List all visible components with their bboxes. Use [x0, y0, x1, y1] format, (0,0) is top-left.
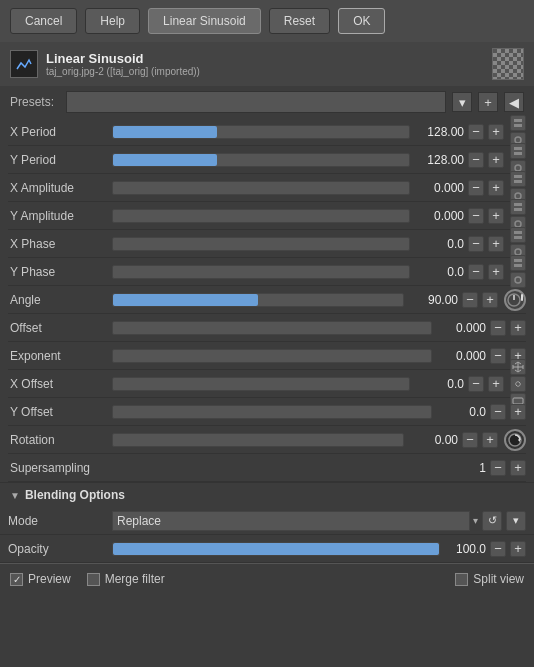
- param-slider-rotation[interactable]: [112, 433, 404, 447]
- param-label-y-phase: Y Phase: [8, 265, 108, 279]
- side-icon-top-x-amplitude[interactable]: [510, 171, 526, 187]
- help-button[interactable]: Help: [85, 8, 140, 34]
- opacity-label: Opacity: [8, 542, 108, 556]
- param-value-x-amplitude: 0.000: [414, 181, 464, 195]
- param-slider-x-amplitude[interactable]: [112, 181, 410, 195]
- param-plus-btn-x-offset[interactable]: +: [488, 376, 504, 392]
- mode-select[interactable]: Replace: [112, 511, 470, 531]
- param-row-x-offset: X Offset0.0−+: [8, 370, 526, 398]
- param-minus-btn-supersampling[interactable]: −: [490, 460, 506, 476]
- param-plus-btn-y-offset[interactable]: +: [510, 404, 526, 420]
- param-slider-offset[interactable]: [112, 321, 432, 335]
- side-icon-bot-y-phase[interactable]: [510, 272, 526, 288]
- param-slider-angle[interactable]: [112, 293, 404, 307]
- param-minus-btn-x-offset[interactable]: −: [468, 376, 484, 392]
- svg-rect-21: [513, 398, 523, 404]
- param-minus-btn-offset[interactable]: −: [490, 320, 506, 336]
- param-minus-btn-x-period[interactable]: −: [468, 124, 484, 140]
- param-slider-y-period[interactable]: [112, 153, 410, 167]
- side-icon-top-x-phase[interactable]: [510, 227, 526, 243]
- param-value-supersampling: 1: [436, 461, 486, 475]
- param-slider-x-period[interactable]: [112, 125, 410, 139]
- param-row-supersampling: Supersampling1−+: [8, 454, 526, 482]
- param-minus-btn-rotation[interactable]: −: [462, 432, 478, 448]
- ok-button[interactable]: OK: [338, 8, 385, 34]
- opacity-minus-btn[interactable]: −: [490, 541, 506, 557]
- split-item[interactable]: Split view: [455, 572, 524, 586]
- preview-checkbox[interactable]: [10, 573, 23, 586]
- mode-reset-btn[interactable]: ↺: [482, 511, 502, 531]
- param-row-y-phase: Y Phase0.0−+: [8, 258, 526, 286]
- mode-extra-btn[interactable]: ▾: [506, 511, 526, 531]
- param-plus-btn-x-period[interactable]: +: [488, 124, 504, 140]
- rotation-dial-btn[interactable]: [504, 429, 526, 451]
- param-plus-btn-offset[interactable]: +: [510, 320, 526, 336]
- side-icon-top-y-amplitude[interactable]: [510, 199, 526, 215]
- param-minus-btn-exponent[interactable]: −: [490, 348, 506, 364]
- merge-item[interactable]: Merge filter: [87, 572, 165, 586]
- param-minus-btn-y-offset[interactable]: −: [490, 404, 506, 420]
- param-row-x-amplitude: X Amplitude0.000−+: [8, 174, 526, 202]
- param-slider-x-phase[interactable]: [112, 237, 410, 251]
- param-slider-y-amplitude[interactable]: [112, 209, 410, 223]
- split-label: Split view: [473, 572, 524, 586]
- title-button[interactable]: Linear Sinusoid: [148, 8, 261, 34]
- side-icon-top-y-period[interactable]: [510, 143, 526, 159]
- param-label-y-amplitude: Y Amplitude: [8, 209, 108, 223]
- param-row-exponent: Exponent0.000−+: [8, 342, 526, 370]
- side-icon-top-x-period[interactable]: [510, 115, 526, 131]
- presets-add-btn[interactable]: +: [478, 92, 498, 112]
- param-minus-btn-y-amplitude[interactable]: −: [468, 208, 484, 224]
- param-value-rotation: 0.00: [408, 433, 458, 447]
- svg-rect-16: [514, 259, 522, 262]
- param-row-offset: Offset0.000−+: [8, 314, 526, 342]
- param-plus-btn-supersampling[interactable]: +: [510, 460, 526, 476]
- param-minus-btn-angle[interactable]: −: [462, 292, 478, 308]
- merge-checkbox[interactable]: [87, 573, 100, 586]
- param-value-y-phase: 0.0: [414, 265, 464, 279]
- link-icon[interactable]: [510, 376, 526, 392]
- param-plus-btn-x-phase[interactable]: +: [488, 236, 504, 252]
- param-plus-btn-y-amplitude[interactable]: +: [488, 208, 504, 224]
- filter-title: Linear Sinusoid: [46, 51, 200, 66]
- preview-thumbnail: [492, 48, 524, 80]
- filter-subtitle: taj_orig.jpg-2 ([taj_orig] (imported)): [46, 66, 200, 77]
- svg-rect-4: [514, 147, 522, 150]
- param-plus-btn-rotation[interactable]: +: [482, 432, 498, 448]
- presets-remove-btn[interactable]: ◀: [504, 92, 524, 112]
- side-icon-top-y-phase[interactable]: [510, 255, 526, 271]
- mode-row: Mode Replace ▾ ↺ ▾: [0, 507, 534, 535]
- param-slider-x-offset[interactable]: [112, 377, 410, 391]
- presets-select[interactable]: [66, 91, 446, 113]
- opacity-slider[interactable]: [112, 542, 440, 556]
- param-minus-btn-x-amplitude[interactable]: −: [468, 180, 484, 196]
- param-minus-btn-y-phase[interactable]: −: [468, 264, 484, 280]
- param-label-offset: Offset: [8, 321, 108, 335]
- param-minus-btn-y-period[interactable]: −: [468, 152, 484, 168]
- opacity-value: 100.0: [444, 542, 486, 556]
- param-value-y-offset: 0.0: [436, 405, 486, 419]
- move-icon[interactable]: [510, 359, 526, 375]
- param-minus-btn-x-phase[interactable]: −: [468, 236, 484, 252]
- opacity-plus-btn[interactable]: +: [510, 541, 526, 557]
- param-slider-exponent[interactable]: [112, 349, 432, 363]
- param-plus-btn-y-phase[interactable]: +: [488, 264, 504, 280]
- preview-item[interactable]: Preview: [10, 572, 71, 586]
- reset-button[interactable]: Reset: [269, 8, 330, 34]
- param-slider-y-offset[interactable]: [112, 405, 432, 419]
- footer: Preview Merge filter Split view: [0, 563, 534, 594]
- split-checkbox[interactable]: [455, 573, 468, 586]
- param-plus-btn-y-period[interactable]: +: [488, 152, 504, 168]
- top-bar: Cancel Help Linear Sinusoid Reset OK: [0, 0, 534, 42]
- presets-dropdown-btn[interactable]: ▾: [452, 92, 472, 112]
- blending-toggle[interactable]: ▼: [10, 490, 20, 501]
- cancel-button[interactable]: Cancel: [10, 8, 77, 34]
- param-plus-btn-angle[interactable]: +: [482, 292, 498, 308]
- param-row-rotation: Rotation0.00−+: [8, 426, 526, 454]
- param-slider-y-phase[interactable]: [112, 265, 410, 279]
- param-label-y-offset: Y Offset: [8, 405, 108, 419]
- preview-label: Preview: [28, 572, 71, 586]
- angle-dial-btn[interactable]: [504, 289, 526, 311]
- param-plus-btn-x-amplitude[interactable]: +: [488, 180, 504, 196]
- svg-rect-5: [514, 152, 522, 155]
